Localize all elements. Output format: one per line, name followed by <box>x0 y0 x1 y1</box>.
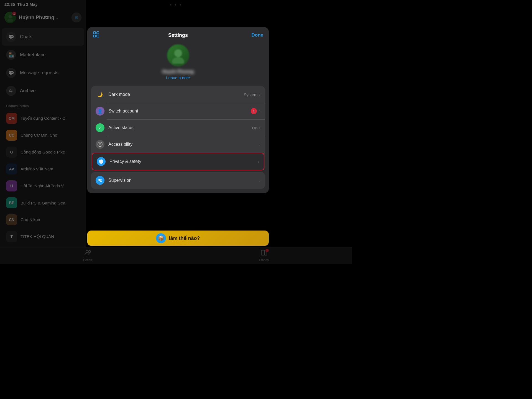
svg-point-10 <box>98 179 100 181</box>
accessibility-row[interactable]: Accessibility › <box>91 136 265 153</box>
switch-account-chevron: › <box>259 109 260 113</box>
profile-avatar <box>167 44 189 66</box>
promo-icon: 📦 <box>156 233 166 243</box>
supervision-label: Supervision <box>108 178 259 183</box>
svg-rect-4 <box>93 35 96 37</box>
promo-text: làm thế nào? <box>169 235 200 241</box>
grid-icon <box>93 31 99 39</box>
active-status-row[interactable]: ✓ Active status On › <box>91 119 265 136</box>
privacy-safety-row[interactable]: Privacy & safety › <box>92 153 264 170</box>
supervision-row[interactable]: Supervision › <box>91 172 265 189</box>
switch-account-label: Switch account <box>108 109 251 114</box>
dark-mode-icon: 🌙 <box>96 90 104 99</box>
settings-main-section: 🌙 Dark mode System › 👤 Switch account 1 … <box>91 86 265 170</box>
svg-point-6 <box>174 49 182 57</box>
active-status-label: Active status <box>108 125 252 130</box>
svg-point-11 <box>100 179 102 181</box>
supervision-section: Supervision › <box>91 172 265 189</box>
dark-mode-label: Dark mode <box>108 92 244 97</box>
privacy-safety-chevron: › <box>258 159 259 164</box>
dark-mode-chevron: › <box>259 92 260 97</box>
supervision-icon <box>96 176 104 185</box>
svg-point-7 <box>172 57 184 64</box>
dark-mode-value: System <box>244 92 257 97</box>
modal-title: Settings <box>168 32 188 38</box>
switch-account-icon: 👤 <box>96 107 104 116</box>
svg-rect-3 <box>97 32 99 34</box>
accessibility-chevron: › <box>259 142 260 147</box>
privacy-safety-icon <box>97 157 106 166</box>
svg-rect-2 <box>93 32 96 34</box>
supervision-chevron: › <box>259 178 260 183</box>
done-button[interactable]: Done <box>252 32 264 38</box>
leave-note-button[interactable]: Leave a note <box>166 75 190 80</box>
promo-banner[interactable]: 📦 làm thế nào? <box>87 231 269 246</box>
svg-point-9 <box>99 143 101 144</box>
dark-mode-row[interactable]: 🌙 Dark mode System › <box>91 86 265 103</box>
switch-account-badge: 1 <box>251 108 257 114</box>
profile-section: Huynh Phuong Leave a note <box>87 42 269 85</box>
settings-modal: Settings Done Huynh Phuong Leave a note … <box>87 27 269 193</box>
active-status-chevron: › <box>259 126 260 130</box>
active-status-value: On <box>252 126 257 130</box>
switch-account-row[interactable]: 👤 Switch account 1 › <box>91 103 265 119</box>
profile-name: Huynh Phuong <box>162 69 194 74</box>
active-status-icon: ✓ <box>96 123 104 132</box>
privacy-safety-label: Privacy & safety <box>109 159 258 164</box>
svg-rect-5 <box>97 35 99 37</box>
accessibility-icon <box>96 140 104 149</box>
accessibility-label: Accessibility <box>108 142 259 147</box>
modal-header: Settings Done <box>87 27 269 42</box>
